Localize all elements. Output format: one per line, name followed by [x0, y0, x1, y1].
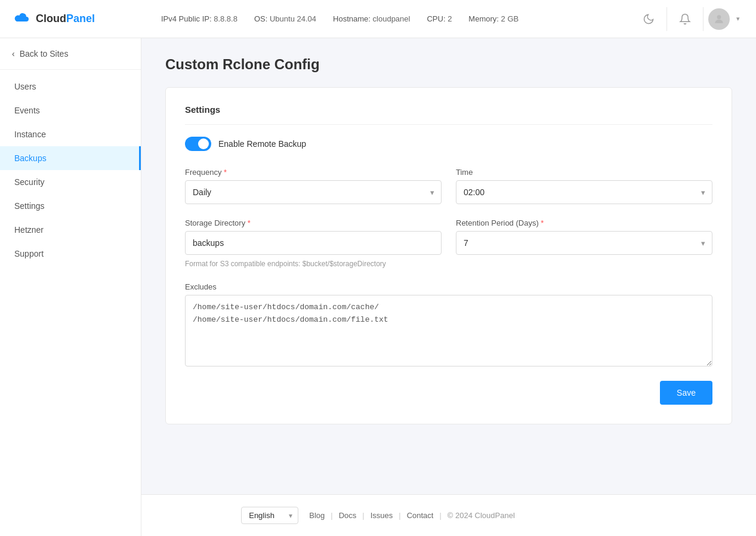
- time-label: Time: [456, 168, 712, 177]
- frequency-select[interactable]: Daily Weekly Monthly: [185, 180, 442, 204]
- back-arrow-icon: ‹: [12, 49, 15, 58]
- moon-icon: [643, 13, 655, 25]
- sidebar-item-events[interactable]: Events: [0, 98, 141, 122]
- sidebar-item-security[interactable]: Security: [0, 170, 141, 194]
- retention-period-label: Retention Period (Days) *: [456, 218, 712, 227]
- time-group: Time 00:00 01:00 02:00 03:00 04:00 06:00…: [456, 168, 712, 204]
- bell-icon: [679, 13, 691, 25]
- sidebar-item-backups[interactable]: Backups: [0, 146, 141, 170]
- sidebar-nav: Users Events Instance Backups Security S…: [0, 70, 141, 270]
- storage-directory-hint: Format for S3 compatible endpoints: $buc…: [185, 260, 442, 268]
- excludes-label: Excludes: [185, 282, 712, 291]
- hostname-info: Hostname: cloudpanel: [333, 14, 410, 23]
- sidebar-item-hetzner[interactable]: Hetzner: [0, 218, 141, 242]
- settings-section-title: Settings: [185, 104, 712, 125]
- footer-sep-4: |: [439, 511, 441, 520]
- footer-sep-1: |: [331, 511, 332, 520]
- memory-info: Memory: 2 GB: [468, 14, 519, 23]
- storage-directory-group: Storage Directory * Format for S3 compat…: [185, 218, 442, 268]
- time-select[interactable]: 00:00 01:00 02:00 03:00 04:00 06:00 12:0…: [456, 180, 712, 204]
- time-select-wrapper: 00:00 01:00 02:00 03:00 04:00 06:00 12:0…: [456, 180, 712, 204]
- header-divider: [666, 7, 667, 31]
- header: CloudPanel IPv4 Public IP: 8.8.8.8 OS: U…: [0, 0, 756, 38]
- retention-required: *: [541, 218, 544, 227]
- os-info: OS: Ubuntu 24.04: [254, 14, 316, 23]
- frequency-time-row: Frequency * Daily Weekly Monthly Time: [185, 168, 712, 204]
- user-avatar-button[interactable]: [708, 8, 730, 30]
- sidebar: ‹ Back to Sites Users Events Instance Ba…: [0, 38, 141, 536]
- retention-period-group: Retention Period (Days) * 1 3 5 7 10 14 …: [456, 218, 712, 268]
- header-actions: ▾: [635, 6, 744, 32]
- server-info: IPv4 Public IP: 8.8.8.8 OS: Ubuntu 24.04…: [155, 14, 635, 23]
- logo-panel: Panel: [66, 13, 95, 24]
- footer-docs-link[interactable]: Docs: [335, 511, 360, 520]
- footer-copyright: © 2024 CloudPanel: [444, 511, 515, 520]
- footer-sep-2: |: [362, 511, 364, 520]
- button-row: Save: [185, 381, 712, 405]
- ipv4-info: IPv4 Public IP: 8.8.8.8: [161, 14, 237, 23]
- sidebar-item-users[interactable]: Users: [0, 75, 141, 98]
- cloudpanel-logo-icon: [12, 10, 31, 29]
- storage-retention-row: Storage Directory * Format for S3 compat…: [185, 218, 712, 268]
- main-content: Custom Rclone Config Settings Enable Rem…: [141, 38, 756, 494]
- retention-period-select[interactable]: 1 3 5 7 10 14 30: [456, 231, 712, 255]
- notifications-button[interactable]: [672, 6, 698, 32]
- sidebar-item-settings[interactable]: Settings: [0, 194, 141, 218]
- storage-required: *: [248, 218, 251, 227]
- footer-blog-link[interactable]: Blog: [306, 511, 328, 520]
- language-selector[interactable]: English Deutsch Français Español: [241, 507, 298, 524]
- back-to-sites-label: Back to Sites: [20, 49, 69, 58]
- header-divider-2: [703, 7, 703, 31]
- logo-text: CloudPanel: [36, 13, 95, 25]
- excludes-group: Excludes /home/site-user/htdocs/domain.c…: [185, 282, 712, 366]
- frequency-label: Frequency *: [185, 168, 442, 177]
- enable-remote-backup-row: Enable Remote Backup: [185, 137, 712, 151]
- chevron-down-icon: ▾: [736, 15, 740, 23]
- footer-sep-3: |: [399, 511, 400, 520]
- storage-directory-label: Storage Directory *: [185, 218, 442, 227]
- settings-card: Settings Enable Remote Backup Frequency …: [165, 87, 732, 424]
- frequency-select-wrapper: Daily Weekly Monthly: [185, 180, 442, 204]
- dark-mode-button[interactable]: [635, 6, 662, 32]
- sidebar-item-support[interactable]: Support: [0, 242, 141, 266]
- layout: ‹ Back to Sites Users Events Instance Ba…: [0, 38, 756, 494]
- frequency-required: *: [224, 168, 227, 177]
- storage-directory-input[interactable]: [185, 231, 442, 255]
- svg-point-0: [717, 15, 721, 19]
- save-button[interactable]: Save: [660, 381, 712, 405]
- toggle-slider: [185, 137, 211, 151]
- logo-cloud: Cloud: [36, 13, 66, 24]
- footer-contact-link[interactable]: Contact: [403, 511, 437, 520]
- sidebar-item-instance[interactable]: Instance: [0, 122, 141, 146]
- enable-remote-backup-toggle[interactable]: [185, 137, 211, 151]
- user-menu-chevron[interactable]: ▾: [732, 6, 744, 32]
- retention-select-wrapper: 1 3 5 7 10 14 30: [456, 231, 712, 255]
- frequency-group: Frequency * Daily Weekly Monthly: [185, 168, 442, 204]
- cpu-info: CPU: 2: [427, 14, 452, 23]
- language-select[interactable]: English Deutsch Français Español: [241, 507, 298, 524]
- excludes-textarea[interactable]: /home/site-user/htdocs/domain.com/cache/…: [185, 295, 712, 366]
- back-to-sites-link[interactable]: ‹ Back to Sites: [0, 38, 141, 70]
- enable-remote-backup-label: Enable Remote Backup: [218, 139, 306, 149]
- footer-issues-link[interactable]: Issues: [367, 511, 397, 520]
- footer-links: Blog | Docs | Issues | Contact | © 2024 …: [306, 511, 515, 520]
- user-avatar-icon: [713, 13, 725, 25]
- page-title: Custom Rclone Config: [165, 56, 732, 73]
- logo: CloudPanel: [12, 10, 155, 29]
